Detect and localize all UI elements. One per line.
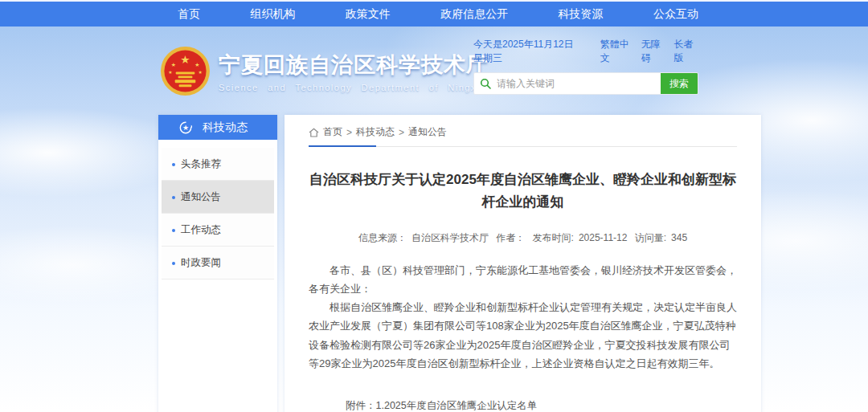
svg-text:★: ★ (182, 124, 189, 132)
article-paragraph: 根据自治区雏鹰企业、瞪羚企业和创新型标杆企业认定管理有关规定，决定认定半亩良人农… (309, 298, 737, 373)
sidebar-header: ★ 科技动态 (158, 115, 277, 140)
article-body: 各市、县（区）科技管理部门，宁东能源化工基地管委会，银川经济技术开发区管委会，各… (309, 261, 737, 373)
content-panel: 首页 > 科技动态 > 通知公告 自治区科技厅关于认定2025年度自治区雏鹰企业… (285, 115, 761, 412)
meta-source-value: 自治区科学技术厅 (411, 232, 489, 243)
meta-views-value: 345 (671, 232, 687, 243)
article-meta: 信息来源：自治区科学技术厅 作者： 发布时间:2025-11-12 访问量:34… (309, 231, 737, 245)
sidebar-item-headlines[interactable]: 头条推荐 (162, 148, 274, 181)
home-icon (309, 128, 319, 137)
search-icon (474, 73, 497, 94)
breadcrumb-home[interactable]: 首页 (323, 125, 342, 139)
breadcrumb-current[interactable]: 通知公告 (408, 125, 447, 139)
sidebar-item-politics-news[interactable]: 时政要闻 (162, 247, 274, 279)
search-input[interactable] (497, 73, 661, 94)
article-paragraph: 各市、县（区）科技管理部门，宁东能源化工基地管委会，银川经济技术开发区管委会，各… (309, 261, 737, 298)
meta-source-label: 信息来源： (358, 232, 407, 243)
search-bar: 搜索 (473, 72, 698, 95)
national-emblem-logo: ★ ★ ★ ★ ★ (160, 46, 211, 96)
nav-item-organization[interactable]: 组织机构 (245, 2, 300, 27)
sidebar-title: 科技动态 (203, 120, 248, 135)
meta-time-label: 发布时间: (533, 232, 574, 243)
svg-text:★: ★ (168, 70, 172, 75)
svg-text:★: ★ (199, 70, 203, 75)
breadcrumb-divider (309, 146, 737, 147)
breadcrumb-separator: > (399, 127, 404, 138)
link-accessibility[interactable]: 无障碍 (641, 38, 666, 65)
site-subtitle-en: Science and Technology Department of Nin… (219, 83, 489, 92)
breadcrumb-section[interactable]: 科技动态 (356, 125, 395, 139)
attachments-label: 附件： (346, 397, 376, 412)
meta-views-label: 访问量: (635, 232, 666, 243)
sidebar-item-notices[interactable]: 通知公告 (162, 181, 274, 214)
site-brand: ★ ★ ★ ★ ★ 宁夏回族自治区科学技术厅 Science and Techn… (160, 46, 489, 96)
star-circle-icon: ★ (179, 121, 192, 134)
search-button[interactable]: 搜索 (661, 73, 698, 94)
svg-text:★: ★ (180, 54, 190, 66)
site-header: ★ ★ ★ ★ ★ 宁夏回族自治区科学技术厅 Science and Techn… (0, 27, 868, 109)
meta-author-label: 作者： (496, 232, 525, 243)
sidebar-item-work-news[interactable]: 工作动态 (162, 214, 274, 247)
site-title: 宁夏回族自治区科学技术厅 (219, 51, 489, 80)
breadcrumb-separator: > (346, 127, 352, 138)
nav-item-interaction[interactable]: 公众互动 (649, 2, 703, 27)
nav-item-policy[interactable]: 政策文件 (341, 2, 395, 27)
attachment-link-1[interactable]: 1.2025年度自治区雏鹰企业认定名单 (376, 397, 567, 412)
svg-text:★: ★ (171, 62, 176, 67)
article-title: 自治区科技厅关于认定2025年度自治区雏鹰企业、瞪羚企业和创新型标杆企业的通知 (309, 169, 737, 214)
meta-time-value: 2025-11-12 (579, 232, 628, 243)
nav-item-resources[interactable]: 科技资源 (554, 2, 608, 27)
link-elderly-version[interactable]: 长者版 (674, 38, 698, 65)
current-date-text: 今天是2025年11月12日 星期三 (473, 38, 586, 65)
nav-item-home[interactable]: 首页 (173, 2, 205, 27)
breadcrumb: 首页 > 科技动态 > 通知公告 (309, 115, 737, 139)
link-traditional-chinese[interactable]: 繁體中文 (600, 38, 633, 65)
nav-item-gov-info[interactable]: 政府信息公开 (436, 2, 513, 27)
svg-text:★: ★ (194, 62, 199, 67)
sidebar: ★ 科技动态 头条推荐 通知公告 工作动态 时政要闻 (158, 115, 277, 412)
top-nav-bar: 首页 组织机构 政策文件 政府信息公开 科技资源 公众互动 (0, 0, 868, 27)
attachments-block: 附件： 1.2025年度自治区雏鹰企业认定名单 2.2025年度自治区瞪羚企业认… (346, 397, 737, 412)
